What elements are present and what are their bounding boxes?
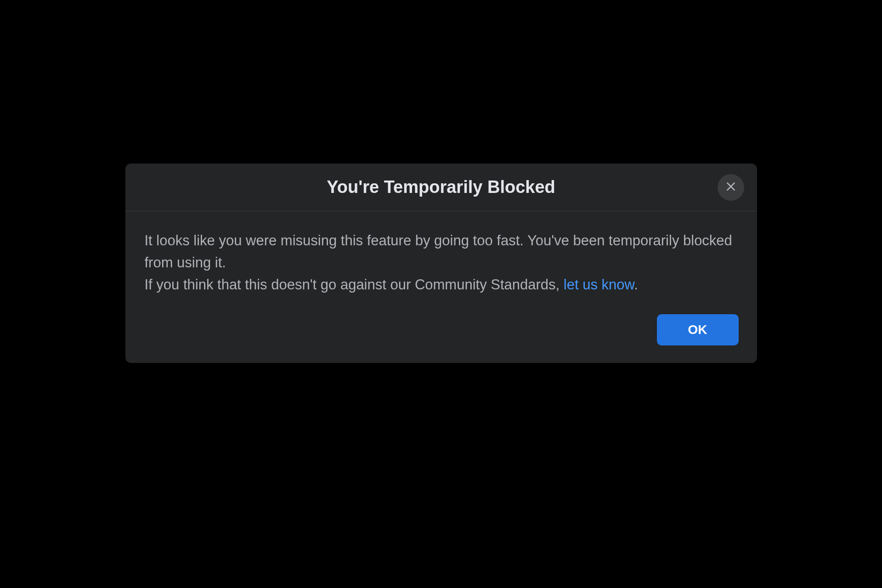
let-us-know-link[interactable]: let us know <box>564 277 634 293</box>
ok-button[interactable]: OK <box>657 314 739 345</box>
modal-header: You're Temporarily Blocked <box>125 164 757 211</box>
body-text-suffix: . <box>634 277 638 293</box>
blocked-modal: You're Temporarily Blocked It looks like… <box>125 164 757 363</box>
modal-footer: OK <box>125 300 757 363</box>
modal-body: It looks like you were misusing this fea… <box>125 211 757 300</box>
close-icon <box>725 181 737 194</box>
modal-title: You're Temporarily Blocked <box>327 177 555 197</box>
body-text-line1: It looks like you were misusing this fea… <box>145 230 738 274</box>
body-text-line2: If you think that this doesn't go agains… <box>145 274 738 296</box>
close-button[interactable] <box>718 174 744 201</box>
body-text-prefix: If you think that this doesn't go agains… <box>145 277 564 293</box>
